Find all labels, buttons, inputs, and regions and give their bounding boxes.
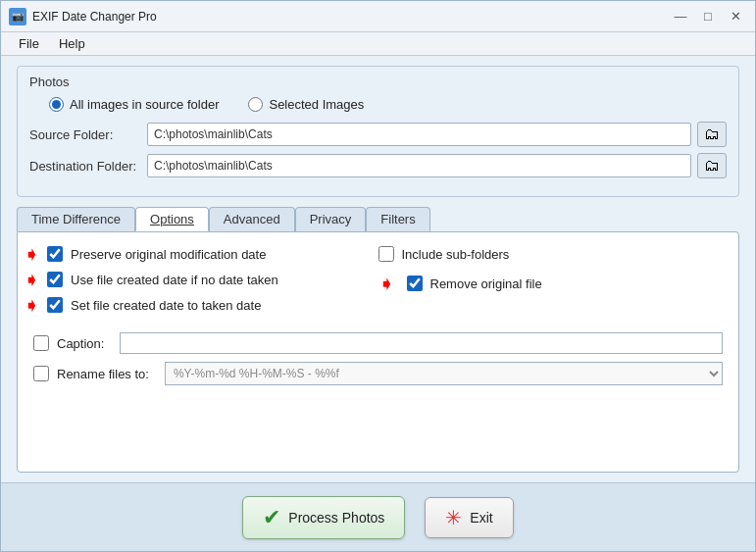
- setcreated-checkbox[interactable]: [47, 297, 63, 313]
- subfolders-row[interactable]: Include sub-folders: [378, 246, 724, 262]
- usecreated-wrapper: ➧ Use file created date if no date taken: [33, 272, 378, 287]
- tab-options[interactable]: Options: [135, 207, 209, 231]
- dest-folder-browse-button[interactable]: 🗂: [697, 153, 727, 178]
- arrow-preserve: ➧: [24, 242, 40, 266]
- removeoriginal-label: Remove original file: [430, 276, 542, 291]
- source-folder-label: Source Folder:: [29, 127, 147, 142]
- tab-advanced[interactable]: Advanced: [209, 207, 295, 231]
- tab-content-options: ➧ Preserve original modification date ➧ …: [17, 231, 739, 473]
- dest-folder-input[interactable]: [147, 154, 691, 177]
- subfolders-checkbox[interactable]: [378, 246, 394, 262]
- main-window: 📷 EXIF Date Changer Pro — □ ✕ File Help …: [0, 0, 756, 552]
- source-folder-input[interactable]: [147, 123, 691, 146]
- window-title: EXIF Date Changer Pro: [32, 10, 669, 24]
- exit-label: Exit: [470, 510, 492, 526]
- tab-privacy[interactable]: Privacy: [295, 207, 367, 231]
- dest-folder-row: Destination Folder: 🗂: [29, 153, 727, 178]
- usecreated-label: Use file created date if no date taken: [71, 273, 278, 287]
- radio-group: All images in source folder Selected Ima…: [29, 97, 727, 112]
- source-folder-row: Source Folder: 🗂: [29, 122, 727, 147]
- app-icon: 📷: [9, 8, 26, 25]
- options-col1: ➧ Preserve original modification date ➧ …: [33, 246, 378, 323]
- subfolders-wrapper: Include sub-folders: [378, 246, 724, 262]
- process-photos-button[interactable]: ✔ Process Photos: [242, 496, 405, 539]
- caption-checkbox-row[interactable]: Caption:: [33, 335, 104, 351]
- tab-bar: Time Difference Options Advanced Privacy…: [17, 207, 739, 231]
- exit-icon: ✳: [445, 506, 462, 529]
- arrow-usecreated: ➧: [24, 268, 40, 291]
- process-check-icon: ✔: [263, 505, 280, 530]
- photos-section: Photos All images in source folder Selec…: [17, 66, 739, 197]
- caption-row: Caption:: [33, 332, 723, 354]
- source-folder-browse-button[interactable]: 🗂: [697, 122, 727, 147]
- rename-select[interactable]: %Y-%m-%d %H-%M-%S - %%f: [165, 362, 723, 385]
- setcreated-row[interactable]: Set file created date to taken date: [47, 297, 261, 313]
- preserve-checkbox[interactable]: [47, 246, 63, 262]
- options-col2: Include sub-folders ➧ Remove original fi…: [378, 246, 724, 323]
- main-content: Photos All images in source folder Selec…: [1, 56, 755, 482]
- preserve-row[interactable]: Preserve original modification date: [47, 246, 266, 262]
- rename-checkbox-row[interactable]: Rename files to:: [33, 366, 149, 381]
- menu-bar: File Help: [1, 32, 755, 56]
- radio-selected[interactable]: Selected Images: [248, 97, 364, 112]
- removeoriginal-row[interactable]: ➧ Remove original file: [378, 272, 724, 295]
- menu-help[interactable]: Help: [49, 34, 95, 53]
- usecreated-row[interactable]: Use file created date if no date taken: [47, 272, 278, 287]
- usecreated-checkbox[interactable]: [47, 272, 63, 287]
- minimize-button[interactable]: —: [669, 7, 692, 26]
- tabs-section: Time Difference Options Advanced Privacy…: [17, 207, 739, 473]
- caption-checkbox[interactable]: [33, 335, 49, 351]
- rename-label: Rename files to:: [57, 367, 149, 381]
- arrow-setcreated: ➧: [24, 293, 40, 317]
- tab-time-difference[interactable]: Time Difference: [17, 207, 135, 231]
- rename-checkbox[interactable]: [33, 366, 49, 381]
- title-controls: — □ ✕: [669, 7, 747, 26]
- process-photos-label: Process Photos: [288, 510, 384, 526]
- setcreated-wrapper: ➧ Set file created date to taken date: [33, 297, 378, 313]
- preserve-wrapper: ➧ Preserve original modification date: [33, 246, 378, 262]
- close-button[interactable]: ✕: [724, 7, 747, 26]
- preserve-label: Preserve original modification date: [71, 247, 266, 262]
- radio-all-label: All images in source folder: [70, 97, 219, 112]
- removeoriginal-wrapper: ➧ Remove original file: [378, 272, 724, 295]
- maximize-button[interactable]: □: [696, 7, 720, 26]
- arrow-removeoriginal: ➧: [378, 272, 395, 295]
- dest-folder-label: Destination Folder:: [29, 159, 147, 174]
- title-bar: 📷 EXIF Date Changer Pro — □ ✕: [1, 1, 755, 32]
- caption-label: Caption:: [57, 336, 104, 351]
- bottom-bar: ✔ Process Photos ✳ Exit: [1, 482, 755, 551]
- subfolders-label: Include sub-folders: [402, 247, 510, 262]
- tab-filters[interactable]: Filters: [366, 207, 429, 231]
- radio-all-images[interactable]: All images in source folder: [49, 97, 219, 112]
- removeoriginal-checkbox[interactable]: [407, 276, 423, 291]
- photos-label: Photos: [29, 75, 727, 89]
- setcreated-label: Set file created date to taken date: [71, 298, 261, 313]
- radio-selected-label: Selected Images: [269, 97, 364, 112]
- rename-row: Rename files to: %Y-%m-%d %H-%M-%S - %%f: [33, 362, 723, 385]
- menu-file[interactable]: File: [9, 34, 49, 53]
- exit-button[interactable]: ✳ Exit: [425, 497, 513, 538]
- caption-input[interactable]: [120, 332, 723, 354]
